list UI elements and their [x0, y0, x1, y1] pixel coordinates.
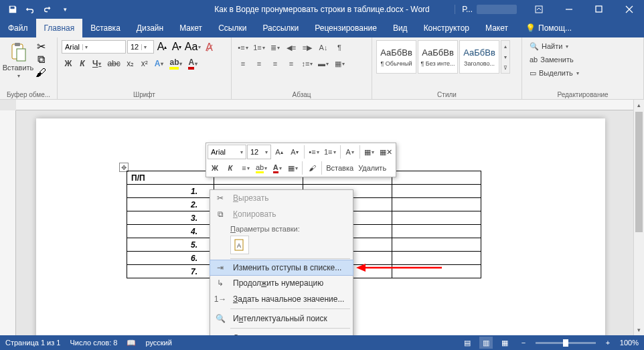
mini-size-combo[interactable]: 12▾	[247, 145, 271, 159]
ctx-set-numbering-value[interactable]: 1→Задать начальное значение...	[210, 291, 353, 307]
highlight-icon[interactable]: ab▾	[167, 56, 185, 71]
bold-button[interactable]: Ж	[62, 56, 75, 71]
maximize-icon[interactable]	[584, 0, 614, 19]
chevron-down-icon[interactable]: ▾	[501, 52, 509, 62]
shrink-font-icon[interactable]: A▾	[170, 40, 183, 54]
borders-icon[interactable]: ▦▾	[332, 56, 347, 71]
close-icon[interactable]	[614, 0, 644, 19]
mini-format-painter-icon[interactable]: 🖌	[305, 161, 319, 175]
ctx-adjust-list-indents[interactable]: ⇥Изменить отступы в списке...	[210, 260, 353, 276]
zoom-in-icon[interactable]: +	[601, 337, 615, 349]
ctx-cut[interactable]: ✂Вырезать	[210, 190, 353, 206]
tab-design[interactable]: Дизайн	[129, 19, 171, 37]
tab-home[interactable]: Главная	[36, 19, 83, 37]
mini-font-combo[interactable]: Arial▾	[208, 145, 246, 159]
scroll-thumb[interactable]	[635, 112, 643, 232]
paste-button[interactable]: Вставить ▾	[4, 40, 32, 80]
account-button[interactable]: Р...	[455, 5, 524, 14]
status-page[interactable]: Страница 1 из 1	[5, 339, 60, 347]
tab-mailings[interactable]: Рассылки	[254, 19, 307, 37]
clear-format-icon[interactable]: A̷	[202, 40, 216, 54]
tab-table-layout[interactable]: Макет	[477, 19, 516, 37]
mini-shrink-font-icon[interactable]: A▾	[287, 145, 302, 159]
tab-view[interactable]: Вид	[385, 19, 416, 37]
paste-keep-formatting-icon[interactable]: A	[230, 236, 249, 254]
tab-insert[interactable]: Вставка	[82, 19, 129, 37]
select-button[interactable]: ▭Выделить▾	[526, 67, 582, 79]
mini-borders-icon[interactable]: ▦▾	[285, 161, 300, 175]
mini-align-icon[interactable]: ≡▾	[238, 161, 253, 175]
text-effects-icon[interactable]: A▾	[152, 56, 167, 71]
mini-styles-icon[interactable]: A▾	[343, 145, 357, 159]
tab-review[interactable]: Рецензирование	[307, 19, 385, 37]
bullets-icon[interactable]: •≡▾	[236, 40, 250, 55]
mini-grow-font-icon[interactable]: A▴	[272, 145, 287, 159]
sort-icon[interactable]: A↓	[316, 40, 331, 55]
format-painter-icon[interactable]: 🖌	[33, 67, 48, 79]
numbering-icon[interactable]: 1≡▾	[252, 40, 266, 55]
tab-references[interactable]: Ссылки	[210, 19, 254, 37]
zoom-slider[interactable]	[536, 342, 596, 344]
cut-icon[interactable]: ✂	[33, 40, 48, 52]
tab-layout[interactable]: Макет	[171, 19, 210, 37]
more-icon[interactable]: ⊽	[501, 62, 509, 73]
horizontal-ruler[interactable]	[16, 100, 633, 110]
view-web-icon[interactable]: ▦	[498, 337, 511, 349]
style-normal[interactable]: АаБбВв ¶ Обычный	[376, 40, 416, 74]
styles-gallery-more[interactable]: ▴ ▾ ⊽	[501, 40, 510, 74]
align-left-icon[interactable]: ≡	[236, 56, 250, 71]
status-language[interactable]: русский	[145, 339, 171, 347]
mini-insert-button[interactable]: Вставка	[324, 161, 355, 175]
status-words[interactable]: Число слов: 8	[70, 339, 117, 347]
zoom-value[interactable]: 100%	[620, 339, 639, 347]
ctx-continue-numbering[interactable]: ↳Продолжить нумерацию	[210, 275, 353, 291]
ctx-smart-lookup[interactable]: 🔍Интеллектуальный поиск	[210, 311, 353, 327]
redo-icon[interactable]	[40, 2, 55, 17]
font-name-combo[interactable]: Arial▾	[62, 40, 126, 54]
style-no-spacing[interactable]: АаБбВв ¶ Без инте...	[418, 40, 458, 74]
minimize-icon[interactable]	[554, 0, 584, 19]
mini-numbering-icon[interactable]: 1≡▾	[322, 145, 338, 159]
scroll-up-icon[interactable]: ▴	[634, 100, 644, 110]
decrease-indent-icon[interactable]: ◀≡	[284, 40, 299, 55]
increase-indent-icon[interactable]: ≡▶	[300, 40, 315, 55]
qat-customize-icon[interactable]: ▾	[58, 2, 72, 17]
font-color-icon[interactable]: A▾	[185, 56, 200, 71]
italic-button[interactable]: К	[76, 56, 89, 71]
save-icon[interactable]	[5, 2, 20, 17]
font-size-combo[interactable]: 12▾	[127, 40, 154, 54]
tab-file[interactable]: Файл	[0, 19, 36, 37]
ribbon-options-icon[interactable]	[524, 0, 554, 19]
find-button[interactable]: 🔍Найти▾	[526, 40, 582, 52]
tab-table-design[interactable]: Конструктор	[416, 19, 477, 37]
status-proofing-icon[interactable]: 📖	[127, 339, 136, 347]
superscript-button[interactable]: x²	[138, 56, 151, 71]
subscript-button[interactable]: x₂	[124, 56, 137, 71]
replace-button[interactable]: abЗаменить	[526, 54, 582, 66]
justify-icon[interactable]: ≡	[284, 56, 299, 71]
shading-icon[interactable]: ▬▾	[316, 56, 331, 71]
mini-table-delete-icon[interactable]: ▦✕	[378, 145, 394, 159]
vertical-ruler[interactable]	[0, 110, 16, 335]
ctx-copy[interactable]: ⧉Копировать	[210, 206, 353, 222]
change-case-icon[interactable]: Aa▾	[185, 40, 201, 54]
zoom-thumb[interactable]	[563, 339, 568, 347]
vertical-scrollbar[interactable]: ▴ ▾	[633, 100, 644, 335]
view-read-icon[interactable]: ▤	[461, 337, 474, 349]
show-marks-icon[interactable]: ¶	[332, 40, 347, 55]
undo-icon[interactable]	[23, 2, 37, 17]
mini-bold-button[interactable]: Ж	[208, 161, 222, 175]
strike-button[interactable]: abc	[104, 56, 123, 71]
mini-font-color-icon[interactable]: A▾	[270, 161, 285, 175]
grow-font-icon[interactable]: A▴	[155, 40, 169, 54]
mini-bullets-icon[interactable]: •≡▾	[307, 145, 321, 159]
chevron-up-icon[interactable]: ▴	[501, 41, 509, 52]
line-spacing-icon[interactable]: ↕≡▾	[300, 56, 315, 71]
align-center-icon[interactable]: ≡	[252, 56, 266, 71]
tell-me[interactable]: 💡 Помощ...	[519, 19, 578, 37]
table-header-cell[interactable]: П/П	[127, 171, 214, 185]
style-heading1[interactable]: АаБбВв Заголово...	[459, 40, 499, 74]
underline-button[interactable]: Ч▾	[90, 56, 104, 71]
mini-table-insert-icon[interactable]: ▦▾	[362, 145, 377, 159]
mini-italic-button[interactable]: К	[223, 161, 238, 175]
